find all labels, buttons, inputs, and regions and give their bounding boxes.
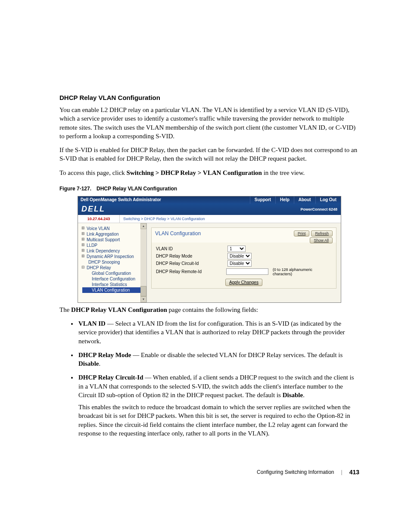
- field-item-vlan-id: VLAN ID — Select a VLAN ID from the list…: [78, 319, 359, 345]
- brand-bar: DELL PowerConnect 6248: [78, 204, 341, 215]
- panel-title: VLAN Configuration: [155, 230, 292, 236]
- scroll-down-icon[interactable]: ▾: [140, 296, 146, 302]
- tree-scrollbar[interactable]: ▴ ▾: [140, 223, 146, 302]
- product-name: PowerConnect 6248: [300, 207, 337, 212]
- scroll-up-icon[interactable]: ▴: [140, 223, 146, 229]
- paragraph: If the S-VID is enabled for DHCP Relay, …: [59, 146, 359, 163]
- logout-button[interactable]: Log Out: [315, 196, 341, 204]
- remote-id-input[interactable]: [226, 268, 268, 275]
- support-button[interactable]: Support: [250, 196, 275, 204]
- label-relay-mode: DHCP Relay Mode: [156, 254, 227, 258]
- label-circuit-id: DHCP Relay Circuit-Id: [156, 261, 227, 266]
- section-heading: DHCP Relay VLAN Configuration: [59, 94, 359, 101]
- tree-multicast-support[interactable]: Multicast Support: [82, 237, 145, 243]
- breadcrumb[interactable]: Switching > DHCP Relay > VLAN Configurat…: [120, 215, 208, 223]
- page-footer: Configuring Switching Information | 413: [59, 469, 359, 476]
- tree-dhcp-relay[interactable]: DHCP Relay: [82, 265, 145, 271]
- tree-dhcp-snooping[interactable]: DHCP Snooping: [82, 259, 145, 265]
- relay-mode-select[interactable]: Disable: [227, 253, 252, 259]
- show-all-button[interactable]: Show All: [310, 237, 333, 243]
- vlan-id-select[interactable]: 1: [227, 246, 246, 252]
- circuit-id-select[interactable]: Disable: [227, 260, 252, 267]
- footer-chapter: Configuring Switching Information: [257, 469, 334, 475]
- tree-interface-statistics[interactable]: Interface Statistics: [82, 282, 145, 287]
- tree-lldp[interactable]: LLDP: [82, 243, 145, 248]
- paragraph: You can enable L2 DHCP relay on a partic…: [59, 106, 359, 140]
- main-panel: VLAN Configuration Print Refresh Show Al…: [147, 223, 341, 302]
- nav-tree: Voice VLAN Link Aggregation Multicast Su…: [78, 223, 147, 302]
- label-vlan-id: VLAN ID: [156, 246, 227, 251]
- breadcrumb-bar: 10.27.64.243 Switching > DHCP Relay > VL…: [78, 215, 341, 223]
- tree-global-configuration[interactable]: Global Configuration: [82, 271, 145, 276]
- scroll-thumb[interactable]: [140, 286, 146, 296]
- remote-id-hint: (0 to 128 alphanumeric characters): [273, 268, 332, 276]
- tree-voice-vlan[interactable]: Voice VLAN: [82, 226, 145, 231]
- figure-caption: Figure 7-127.DHCP Relay VLAN Configurati…: [59, 186, 359, 192]
- fields-list: VLAN ID — Select a VLAN ID from the list…: [59, 319, 359, 438]
- refresh-button[interactable]: Refresh: [311, 230, 333, 236]
- footer-separator: |: [341, 469, 342, 475]
- field-circuit-followup: This enables the switch to reduce the br…: [78, 403, 359, 438]
- window-titlebar: Dell OpenManage Switch Administrator Sup…: [78, 196, 341, 204]
- about-button[interactable]: About: [294, 196, 315, 204]
- tree-vlan-configuration[interactable]: VLAN Configuration: [82, 287, 145, 293]
- field-item-relay-mode: DHCP Relay Mode — Enable or disable the …: [78, 351, 359, 368]
- help-button[interactable]: Help: [275, 196, 294, 204]
- label-remote-id: DHCP Relay Remote-Id: [156, 269, 226, 274]
- field-item-circuit-id: DHCP Relay Circuit-Id — When enabled, if…: [78, 373, 359, 438]
- print-button[interactable]: Print: [294, 230, 310, 236]
- tree-dynamic-arp[interactable]: Dynamic ARP Inspection: [82, 254, 145, 259]
- dell-logo: DELL: [81, 205, 105, 214]
- app-screenshot: Dell OpenManage Switch Administrator Sup…: [78, 196, 341, 303]
- nav-instruction: To access this page, click Switching > D…: [59, 168, 359, 177]
- tree-interface-configuration[interactable]: Interface Configuration: [82, 276, 145, 282]
- device-ip[interactable]: 10.27.64.243: [78, 215, 120, 223]
- tree-link-aggregation[interactable]: Link Aggregation: [82, 231, 145, 237]
- footer-page-number: 413: [349, 469, 359, 476]
- apply-changes-button[interactable]: Apply Changes: [225, 279, 262, 286]
- fields-intro: The DHCP Relay VLAN Configuration page c…: [59, 305, 359, 314]
- tree-link-dependency[interactable]: Link Dependency: [82, 248, 145, 254]
- window-title: Dell OpenManage Switch Administrator: [78, 196, 250, 204]
